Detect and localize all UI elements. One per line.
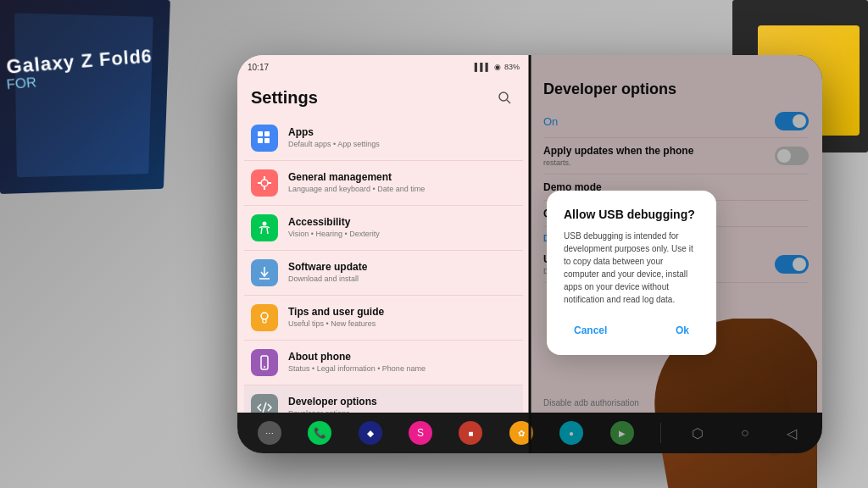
svg-rect-2 xyxy=(258,131,263,136)
developer-panel: Developer options On Apply updates when … xyxy=(530,55,822,453)
about-title: About phone xyxy=(288,351,516,364)
samsung-box-brand: Galaxy Z Fold6 xyxy=(5,45,153,79)
accessibility-subtitle: Vision • Hearing • Dexterity xyxy=(288,230,516,240)
list-item[interactable]: Tips and user guide Useful tips • New fe… xyxy=(244,296,523,341)
about-text: About phone Status • Legal information •… xyxy=(288,351,516,374)
apps-title: Apps xyxy=(288,126,516,140)
about-subtitle: Status • Legal information • Phone name xyxy=(288,364,516,374)
svg-point-11 xyxy=(263,222,267,226)
battery-icon: 83% xyxy=(504,63,520,71)
search-button[interactable] xyxy=(492,86,516,109)
svg-line-1 xyxy=(507,100,510,103)
person-icon xyxy=(257,220,272,236)
phone-device: 10:17 ▌▌▌ ◉ 83% Settings xyxy=(237,55,822,453)
list-item[interactable]: Accessibility Vision • Hearing • Dexteri… xyxy=(244,206,523,251)
status-icons: ▌▌▌ ◉ 83% xyxy=(475,63,520,71)
general-text: General management Language and keyboard… xyxy=(288,171,516,195)
dialog-overlay: Allow USB debugging? USB debugging is in… xyxy=(530,55,822,453)
svg-rect-4 xyxy=(258,138,263,143)
tips-title: Tips and user guide xyxy=(288,306,516,319)
cancel-button[interactable]: Cancel xyxy=(564,319,617,341)
allow-usb-debugging-dialog: Allow USB debugging? USB debugging is in… xyxy=(547,191,716,355)
accessibility-text: Accessibility Vision • Hearing • Dexteri… xyxy=(288,216,516,240)
bulb-icon xyxy=(257,310,272,325)
settings-list: Apps Default apps • App settings General… xyxy=(237,116,530,430)
samsung-app-icon[interactable]: ◆ xyxy=(359,421,382,445)
svg-point-13 xyxy=(261,313,268,319)
svg-point-6 xyxy=(261,180,268,186)
samsung-box: Galaxy Z Fold6 FOR xyxy=(0,0,170,194)
app-grid-icon[interactable]: ⋯ xyxy=(258,421,281,445)
settings-panel: 10:17 ▌▌▌ ◉ 83% Settings xyxy=(237,55,530,453)
apps-icon xyxy=(251,125,278,152)
list-item[interactable]: Apps Default apps • App settings xyxy=(244,116,523,161)
phone-app-icon[interactable]: 📞 xyxy=(308,421,331,445)
settings-title: Settings xyxy=(251,88,318,108)
software-icon xyxy=(251,259,278,286)
general-title: General management xyxy=(288,171,516,185)
status-time: 10:17 xyxy=(248,63,269,72)
tips-text: Tips and user guide Useful tips • New fe… xyxy=(288,306,516,330)
samsung-box-line2: FOR xyxy=(6,75,37,92)
accessibility-title: Accessibility xyxy=(288,216,516,230)
list-item[interactable]: Software update Download and install xyxy=(244,251,523,296)
dialog-body: USB debugging is intended for developmen… xyxy=(564,230,699,306)
svg-line-16 xyxy=(263,402,266,413)
settings-header: Settings xyxy=(237,79,530,116)
list-item[interactable]: About phone Status • Legal information •… xyxy=(244,341,523,385)
about-icon xyxy=(251,349,278,376)
status-bar-left: 10:17 ▌▌▌ ◉ 83% xyxy=(237,55,530,79)
apps-text: Apps Default apps • App settings xyxy=(288,126,516,150)
software-text: Software update Download and install xyxy=(288,261,516,285)
dialog-title: Allow USB debugging? xyxy=(564,208,699,221)
svg-rect-3 xyxy=(264,131,270,136)
svg-point-15 xyxy=(264,366,265,368)
signal-icon: ▌▌▌ xyxy=(475,63,491,71)
tips-icon xyxy=(251,304,278,331)
svg-rect-5 xyxy=(264,138,270,143)
svg-point-0 xyxy=(499,92,508,101)
developer-title: Developer options xyxy=(288,396,516,409)
wifi-icon: ◉ xyxy=(494,63,501,71)
gear-icon xyxy=(257,175,272,191)
accessibility-icon xyxy=(251,214,278,241)
search-icon xyxy=(498,91,511,104)
red-app-icon[interactable]: ■ xyxy=(459,421,482,445)
general-icon xyxy=(251,169,278,197)
tips-subtitle: Useful tips • New features xyxy=(288,319,516,330)
ok-button[interactable]: Ok xyxy=(665,319,699,341)
apps-grid-icon xyxy=(257,130,272,146)
s-app-icon[interactable]: S xyxy=(409,421,432,445)
list-item[interactable]: General management Language and keyboard… xyxy=(244,161,523,206)
dialog-buttons: Cancel Ok xyxy=(564,319,699,341)
software-title: Software update xyxy=(288,261,516,274)
download-icon xyxy=(257,265,272,280)
phone-icon xyxy=(257,355,272,370)
software-subtitle: Download and install xyxy=(288,274,516,285)
apps-subtitle: Default apps • App settings xyxy=(288,140,516,150)
general-subtitle: Language and keyboard • Date and time xyxy=(288,185,516,195)
